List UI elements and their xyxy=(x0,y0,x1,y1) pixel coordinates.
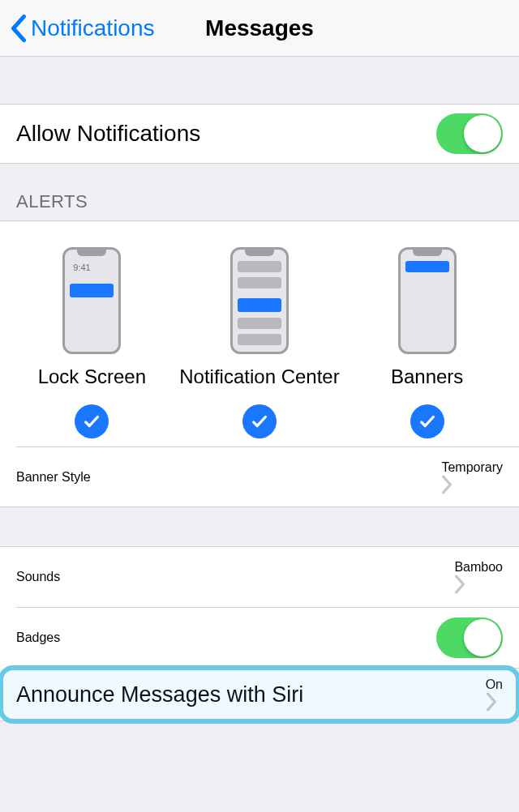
chevron-left-icon xyxy=(10,14,28,43)
allow-notifications-label: Allow Notifications xyxy=(16,121,200,147)
alert-option-lock-screen[interactable]: 9:41 Lock Screen xyxy=(11,247,173,438)
back-label: Notifications xyxy=(31,15,155,41)
announce-value: On xyxy=(486,677,503,691)
chevron-right-icon xyxy=(441,475,503,494)
alert-option-notification-center[interactable]: Notification Center xyxy=(178,247,341,438)
banner-style-value: Temporary xyxy=(441,460,503,474)
phone-banners-icon xyxy=(398,247,457,354)
options-group: Sounds Bamboo Badges Announce Messages w… xyxy=(0,546,519,721)
chevron-right-icon xyxy=(486,692,503,712)
spacer xyxy=(0,507,519,546)
row-right: On xyxy=(486,677,503,712)
switch-knob xyxy=(464,115,501,152)
navbar: Notifications Messages xyxy=(0,0,519,57)
chevron-right-icon xyxy=(454,575,503,594)
sounds-row[interactable]: Sounds Bamboo xyxy=(0,547,519,607)
announce-label: Announce Messages with Siri xyxy=(16,682,303,707)
alerts-header: ALERTS xyxy=(0,164,519,220)
alert-option-banners[interactable]: Banners xyxy=(346,247,508,438)
banner-style-label: Banner Style xyxy=(16,470,91,485)
allow-notifications-row: Allow Notifications xyxy=(0,104,519,164)
phone-notification-center-icon xyxy=(230,247,289,354)
alert-label: Lock Screen xyxy=(38,365,146,388)
alert-label: Banners xyxy=(391,365,463,388)
back-button[interactable]: Notifications xyxy=(10,0,155,57)
allow-notifications-toggle[interactable] xyxy=(436,113,503,154)
phone-lock-screen-icon: 9:41 xyxy=(62,247,121,354)
switch-knob xyxy=(464,619,501,656)
banner-style-row[interactable]: Banner Style Temporary xyxy=(0,447,519,507)
row-right: Temporary xyxy=(441,460,503,494)
badges-label: Badges xyxy=(16,630,60,645)
check-icon xyxy=(410,404,444,438)
row-right: Bamboo xyxy=(454,560,503,594)
check-icon xyxy=(75,404,109,438)
check-icon xyxy=(242,404,277,438)
alert-label: Notification Center xyxy=(179,365,339,388)
badges-row: Badges xyxy=(0,608,519,668)
alerts-options-row: 9:41 Lock Screen Notification Center xyxy=(0,247,519,447)
lock-time: 9:41 xyxy=(73,263,90,272)
sounds-label: Sounds xyxy=(16,570,60,584)
announce-with-siri-row[interactable]: Announce Messages with Siri On xyxy=(0,669,519,720)
spacer xyxy=(0,57,519,104)
sounds-value: Bamboo xyxy=(454,560,503,574)
page-title: Messages xyxy=(205,15,314,41)
alerts-panel: 9:41 Lock Screen Notification Center xyxy=(0,220,519,507)
badges-toggle[interactable] xyxy=(436,618,503,658)
